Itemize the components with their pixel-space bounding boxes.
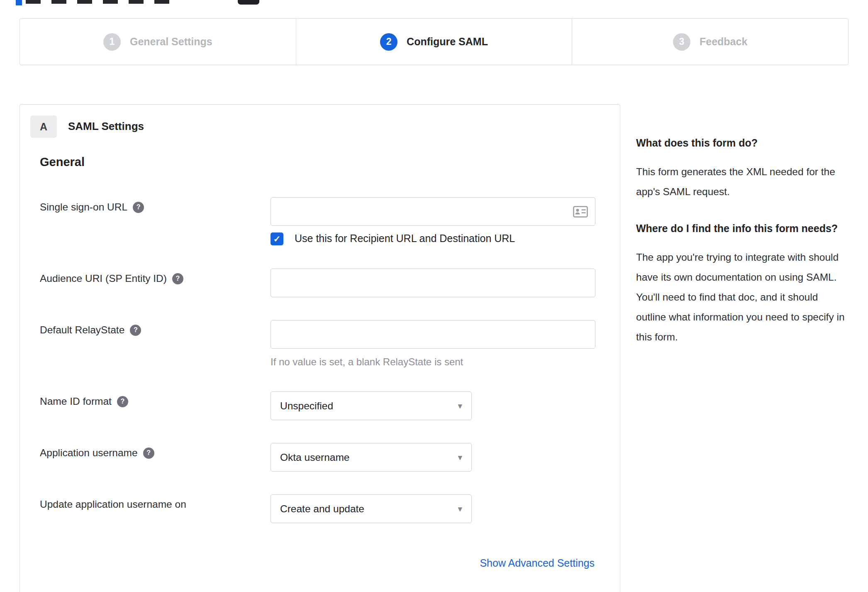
application-username-label-text: Application username [40,447,138,459]
default-relaystate-input[interactable] [271,320,595,349]
page-header-fragment-logo [16,0,22,5]
audience-uri-input[interactable] [271,269,595,297]
sso-url-input[interactable] [271,197,595,226]
sso-url-input-wrap [271,197,595,226]
wizard-stepper: 1 General Settings 2 Configure SAML 3 Fe… [20,18,848,65]
section-title: SAML Settings [68,120,144,133]
group-title-general: General [40,155,85,169]
chevron-down-icon: ▾ [458,401,462,411]
step-label: General Settings [130,36,212,48]
help-icon[interactable]: ? [133,202,144,213]
step-label: Configure SAML [407,36,488,48]
relaystate-helper-text: If no value is set, a blank RelayState i… [271,356,463,368]
page-header-fragment-icon [238,0,259,5]
name-id-format-select[interactable]: Unspecified ▾ [271,391,472,420]
default-relaystate-label: Default RelayState ? [40,323,141,337]
step-configure-saml[interactable]: 2 Configure SAML [296,19,572,65]
help-icon[interactable]: ? [117,396,128,407]
saml-settings-panel: A SAML Settings General Single sign-on U… [20,104,620,592]
help-answer-1: This form generates the XML needed for t… [636,162,848,202]
help-icon[interactable]: ? [143,448,154,459]
step-feedback[interactable]: 3 Feedback [572,19,848,65]
update-username-on-label: Update application username on [40,498,186,511]
chevron-down-icon: ▾ [458,453,462,462]
help-answer-2: The app you're trying to integrate with … [636,247,848,347]
selected-value: Unspecified [280,400,333,412]
step-label: Feedback [700,36,747,48]
help-question-1: What does this form do? [636,134,848,152]
step-general-settings[interactable]: 1 General Settings [20,19,296,65]
use-for-recipient-checkbox[interactable]: ✓ [271,232,283,245]
application-username-select[interactable]: Okta username ▾ [271,443,472,472]
name-id-format-label: Name ID format ? [40,395,128,408]
audience-uri-label-text: Audience URI (SP Entity ID) [40,273,167,284]
help-icon[interactable]: ? [172,273,183,284]
step-number-badge: 3 [673,33,690,51]
help-sidebar: What does this form do? This form genera… [636,134,848,364]
audience-uri-label: Audience URI (SP Entity ID) ? [40,272,183,285]
update-username-on-label-text: Update application username on [40,499,186,510]
selected-value: Create and update [280,503,364,515]
help-question-2: Where do I find the info this form needs… [636,219,848,237]
chevron-down-icon: ▾ [458,504,462,514]
update-username-on-select[interactable]: Create and update ▾ [271,494,472,523]
help-icon[interactable]: ? [130,325,141,336]
checkmark-icon: ✓ [273,234,281,244]
step-number-badge: 1 [103,33,121,51]
contact-card-icon [573,206,588,218]
page-header-fragment-title [26,0,179,4]
selected-value: Okta username [280,452,350,463]
step-number-badge: 2 [380,33,397,51]
section-badge-a: A [30,115,57,138]
application-username-label: Application username ? [40,446,154,460]
default-relaystate-label-text: Default RelayState [40,324,124,336]
use-for-recipient-checkbox-label: Use this for Recipient URL and Destinati… [295,232,515,245]
name-id-format-label-text: Name ID format [40,396,112,407]
show-advanced-settings-link[interactable]: Show Advanced Settings [480,557,595,569]
sso-url-label-text: Single sign-on URL [40,201,127,213]
sso-url-label: Single sign-on URL ? [40,201,144,214]
